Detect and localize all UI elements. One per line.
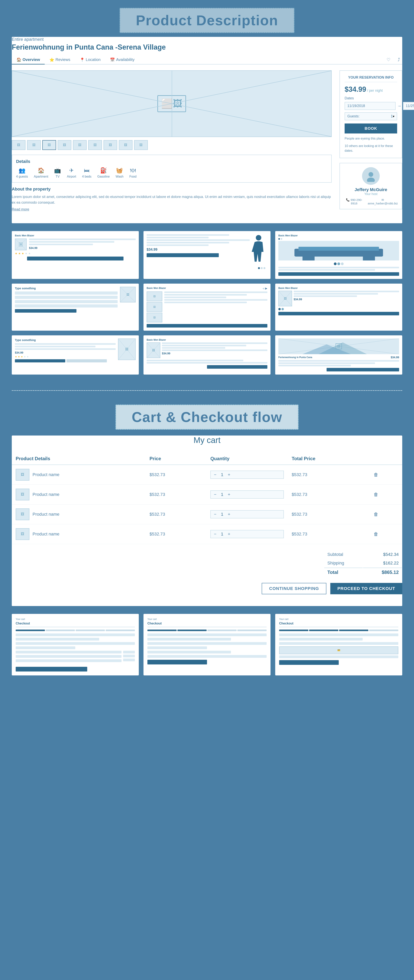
thumb-3[interactable]: 🖼 [42, 140, 56, 150]
table-row: 🖼 Product name $532.73 − 1 + $532.73 🗑 [12, 485, 402, 504]
color1[interactable] [334, 262, 337, 265]
wf7-btn2[interactable] [67, 359, 107, 363]
qty-decrement-2[interactable]: − [213, 492, 217, 497]
color-b[interactable] [282, 308, 284, 310]
delete-button-2[interactable]: 🗑 [374, 492, 378, 497]
cart-header-row: Product Details Price Quantity Total Pri… [12, 453, 402, 465]
svg-rect-9 [303, 256, 315, 261]
about-title: About the property [12, 186, 332, 192]
wf5-content: 🖼 🖼 🖼 [146, 291, 268, 323]
wf3-brand: Basic Men Blazer [279, 234, 399, 237]
qty-increment-3[interactable]: + [227, 512, 231, 517]
co1-table [16, 651, 135, 663]
wf3-nav [279, 238, 399, 240]
qty-decrement-1[interactable]: − [213, 472, 217, 477]
tab-overview[interactable]: 🏠 Overview [12, 55, 45, 65]
wf5-next[interactable]: ▶ [265, 287, 268, 290]
continue-shopping-button[interactable]: CONTINUE SHOPPING [262, 583, 326, 594]
checkout-card-2: Your cart Checkout [143, 614, 271, 675]
host-subtitle: Your host [344, 192, 398, 196]
svg-point-2 [368, 172, 373, 177]
table-row: 🖼 Product name $532.73 − 1 + $532.73 🗑 [12, 465, 402, 485]
date-to-input[interactable] [403, 102, 414, 110]
co3-header: Checkout [279, 622, 398, 627]
product-cell-3: 🖼 Product name [12, 504, 146, 524]
proceed-checkout-button[interactable]: PROCEED TO CHECKOUT [330, 583, 402, 594]
star4: ★ [25, 252, 27, 255]
wf5-prev[interactable]: ◀ [262, 287, 264, 290]
co2-button[interactable] [147, 660, 207, 665]
thumb-7[interactable]: 🖼 [104, 140, 117, 150]
shipping-row: Shipping $162.22 [324, 559, 402, 567]
co3-card-input[interactable]: 💳 [279, 646, 398, 654]
dates-row: → [345, 102, 397, 110]
about-property: About the property Lorem ipsum dolor sit… [12, 186, 332, 212]
wf6-button[interactable] [279, 312, 399, 315]
qty-decrement-3[interactable]: − [213, 512, 217, 517]
color-a[interactable] [279, 308, 281, 310]
thumb-5[interactable]: 🖼 [73, 140, 87, 150]
qty-increment-1[interactable]: + [227, 472, 231, 477]
wf5-thumb2[interactable]: 🖼 [146, 302, 162, 312]
total-cell-2: $532.73 [288, 485, 370, 504]
delete-button-1[interactable]: 🗑 [374, 472, 378, 477]
thumb-6[interactable]: 🖼 [88, 140, 102, 150]
co3-field2 [279, 638, 363, 641]
wf5-button[interactable] [146, 324, 268, 328]
checkout-wireframes-grid: Your cart Checkout Your car [0, 606, 414, 683]
wf2-button[interactable] [146, 253, 219, 257]
co1-button[interactable] [16, 667, 87, 671]
tab-location[interactable]: 📍 Location [75, 56, 105, 64]
wf8-button[interactable] [207, 365, 268, 369]
tab-availability[interactable]: 📅 Availability [105, 56, 139, 64]
co3-step4 [369, 630, 398, 631]
product-cell-2: 🖼 Product name [12, 485, 146, 504]
book-button[interactable]: BOOK [345, 124, 397, 134]
host-contact: 📞 990-290-8916 ✉ anne_harber@robb.biz [344, 198, 398, 205]
thumb-icon-9: 🖼 [139, 143, 143, 147]
co2-field1 [147, 633, 267, 636]
wf1-content: 🖼 $34.99 [15, 239, 135, 250]
food-icon: 🍽 [130, 167, 135, 173]
wf5-thumb1[interactable]: 🖼 [146, 291, 162, 301]
product-img-2: 🖼 [16, 488, 29, 500]
delete-button-3[interactable]: 🗑 [374, 512, 378, 517]
co1-table-right [123, 651, 135, 663]
subtotal-row: Subtotal $542.34 [324, 550, 402, 558]
tab-reviews[interactable]: ⭐ Reviews [45, 56, 75, 64]
color3[interactable] [341, 262, 344, 265]
qty-increment-2[interactable]: + [227, 492, 231, 497]
product-cell-content-1: 🖼 Product name [16, 469, 142, 480]
co3-button[interactable] [279, 660, 339, 665]
favorite-button[interactable]: ♡ [385, 56, 392, 63]
thumb-9[interactable]: 🖼 [134, 140, 148, 150]
qty-decrement-4[interactable]: − [213, 531, 217, 537]
amenity-wash: 🧺 Wash [116, 167, 124, 178]
wf1-button[interactable] [27, 256, 124, 261]
delete-button-4[interactable]: 🗑 [374, 531, 378, 537]
wf4-button[interactable] [15, 309, 76, 313]
co2-steps [147, 630, 267, 631]
thumb-2[interactable]: 🖼 [27, 140, 41, 150]
co3-field4 [279, 655, 398, 658]
thumb-1[interactable]: 🖼 [12, 140, 25, 150]
co2-field3 [147, 642, 267, 645]
color2[interactable] [338, 262, 340, 265]
thumb-8[interactable]: 🖼 [119, 140, 132, 150]
wf9-button[interactable] [326, 368, 399, 371]
read-more-link[interactable]: Read more [12, 207, 332, 212]
wf1-stars: ★ ★ ★ ★ ★ [15, 252, 135, 255]
wf9-title: Ferienwohnung in Punta Cana [279, 356, 312, 359]
wf8-price: $34.99 [162, 352, 268, 355]
thumb-4[interactable]: 🖼 [57, 140, 72, 150]
share-button[interactable]: ⤴ [395, 56, 402, 63]
date-from-input[interactable] [345, 102, 396, 110]
co1-trow2 [16, 655, 121, 658]
wf1-title: Basic Men Blazer [15, 234, 135, 237]
wf3-button[interactable] [279, 272, 399, 276]
co1-tr2 [123, 655, 135, 657]
wf7-btn1[interactable] [15, 359, 65, 363]
qty-increment-4[interactable]: + [227, 531, 231, 537]
co1-label: Your cart [16, 618, 135, 620]
wf5-thumb3[interactable]: 🖼 [146, 313, 162, 323]
